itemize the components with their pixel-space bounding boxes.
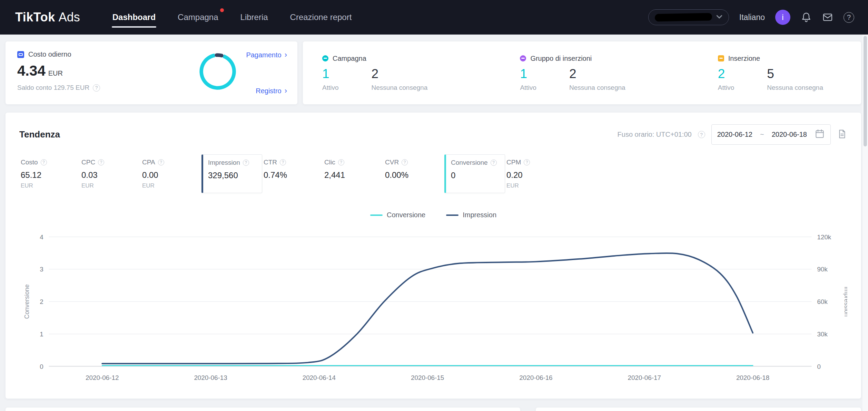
help-icon[interactable] xyxy=(41,159,47,165)
metric-tile-impression[interactable]: Impression 329,560 xyxy=(201,154,262,193)
help-icon[interactable] xyxy=(98,159,104,165)
active-count: 1 xyxy=(322,67,339,81)
metric-tiles-row: Costo 65.12 EUR CPC 0.03 EUR CPA 0.00 EU… xyxy=(19,154,847,193)
no-delivery-count-block[interactable]: 2 Nessuna consegna xyxy=(569,67,625,92)
metric-tile-conversione[interactable]: Conversione 0 xyxy=(444,154,505,193)
nav-item-libreria[interactable]: Libreria xyxy=(240,10,269,25)
metric-value: 2,441 xyxy=(324,170,380,180)
metric-tile-ctr[interactable]: CTR 0.74% xyxy=(262,154,323,193)
active-label: Attivo xyxy=(718,84,734,92)
help-icon[interactable] xyxy=(844,12,854,23)
help-icon[interactable] xyxy=(402,159,408,165)
trend-card: Tendenza Fuso orario: UTC+01:00 2020-06-… xyxy=(6,113,861,399)
delivery-group-inserzione: Inserzione 2 Attivo 5 Nessuna consegna xyxy=(718,55,823,92)
primary-nav: Dashboard Campagna Libreria Creazione re… xyxy=(112,10,353,25)
trend-line-chart: 00130k260k390k4120k2020-06-122020-06-132… xyxy=(19,229,847,390)
help-icon[interactable] xyxy=(280,159,286,165)
metric-tile-cvr[interactable]: CVR 0.00% xyxy=(384,154,444,193)
svg-text:2020-06-15: 2020-06-15 xyxy=(411,374,444,381)
group-header: Gruppo di inserzioni xyxy=(520,55,625,63)
metric-label: CTR xyxy=(264,159,277,166)
group-label: Inserzione xyxy=(728,55,760,63)
active-count-block[interactable]: 1 Attivo xyxy=(520,67,536,92)
metric-unit: EUR xyxy=(142,182,198,189)
trend-chart-area: 00130k260k390k4120k2020-06-122020-06-132… xyxy=(19,229,847,390)
metric-tile-cpm[interactable]: CPM 0.20 EUR xyxy=(505,154,566,193)
nav-item-campagna[interactable]: Campagna xyxy=(177,10,219,25)
metric-value: 65.12 xyxy=(21,170,77,180)
campaign-icon xyxy=(322,55,328,61)
help-icon[interactable] xyxy=(243,160,249,166)
help-icon[interactable] xyxy=(338,159,344,165)
help-icon[interactable] xyxy=(158,159,164,165)
no-delivery-count-block[interactable]: 2 Nessuna consegna xyxy=(372,67,428,92)
active-count-block[interactable]: 2 Attivo xyxy=(718,67,734,92)
logo-text-ads: Ads xyxy=(59,10,80,25)
metric-unit: EUR xyxy=(506,182,562,189)
avatar-letter: i xyxy=(782,12,783,22)
chevron-down-icon xyxy=(716,14,722,20)
svg-text:3: 3 xyxy=(40,266,43,273)
svg-text:2020-06-16: 2020-06-16 xyxy=(519,374,552,381)
no-delivery-count: 2 xyxy=(569,67,625,81)
dashboard-content: Costo odierno 4.34 EUR Saldo conto 129.7… xyxy=(0,41,868,411)
nav-item-dashboard[interactable]: Dashboard xyxy=(112,10,156,25)
balance-card-title: Costo odierno xyxy=(28,50,71,58)
legend-item-impression[interactable]: Impression xyxy=(446,211,496,219)
cost-icon xyxy=(17,51,24,58)
no-delivery-count-block[interactable]: 5 Nessuna consegna xyxy=(767,67,823,92)
svg-text:2020-06-17: 2020-06-17 xyxy=(628,374,661,381)
today-cost-value: 4.34 EUR xyxy=(17,63,286,79)
delivery-status-card: Campagna 1 Attivo 2 Nessuna consegna xyxy=(303,41,861,104)
group-counts: 1 Attivo 2 Nessuna consegna xyxy=(322,67,427,92)
svg-text:2: 2 xyxy=(40,298,43,305)
metric-value: 0.00 xyxy=(142,170,198,180)
group-header: Campagna xyxy=(322,55,427,63)
tiktok-ads-logo[interactable]: TikTok Ads xyxy=(15,10,80,25)
svg-text:Conversione: Conversione xyxy=(23,284,30,319)
registry-link[interactable]: Registro xyxy=(256,86,287,95)
metric-unit: EUR xyxy=(21,182,77,189)
metric-tile-costo[interactable]: Costo 65.12 EUR xyxy=(19,154,80,193)
help-icon[interactable] xyxy=(93,84,100,92)
cost-currency: EUR xyxy=(48,69,63,77)
nav-label-campagna: Campagna xyxy=(178,12,218,22)
legend-item-conversione[interactable]: Conversione xyxy=(370,211,425,219)
metric-value: 0 xyxy=(451,171,500,180)
date-range-picker[interactable]: 2020-06-12 ~ 2020-06-18 xyxy=(711,124,831,145)
group-header: Inserzione xyxy=(718,55,823,63)
trend-controls: Fuso orario: UTC+01:00 2020-06-12 ~ 2020… xyxy=(618,124,847,145)
ad-icon xyxy=(718,55,724,61)
messages-envelope-icon[interactable] xyxy=(822,12,833,23)
page-scrollbar[interactable] xyxy=(862,35,868,411)
gender-card: Genere Costo xyxy=(536,408,861,411)
active-count: 1 xyxy=(520,67,536,81)
top-navbar: TikTok Ads Dashboard Campagna Libreria C… xyxy=(0,0,868,35)
account-selector[interactable] xyxy=(648,9,729,25)
metric-tile-clic[interactable]: Clic 2,441 xyxy=(323,154,384,193)
help-icon[interactable] xyxy=(491,160,497,166)
export-report-icon[interactable] xyxy=(837,129,847,141)
metric-tile-cpc[interactable]: CPC 0.03 EUR xyxy=(80,154,141,193)
active-count-block[interactable]: 1 Attivo xyxy=(322,67,339,92)
active-label: Attivo xyxy=(520,84,536,92)
chart-legend: Conversione Impression xyxy=(19,211,847,219)
language-label[interactable]: Italiano xyxy=(739,13,765,22)
metric-value: 0.03 xyxy=(81,170,137,180)
cost-amount: 4.34 xyxy=(17,63,46,79)
help-icon[interactable] xyxy=(698,131,705,138)
logo-text-tiktok: TikTok xyxy=(15,10,55,25)
metric-value: 0.20 xyxy=(506,170,562,180)
help-icon[interactable] xyxy=(524,159,530,165)
scrollbar-thumb[interactable] xyxy=(864,36,867,146)
payment-link[interactable]: Pagamento xyxy=(246,50,287,59)
no-delivery-count: 2 xyxy=(372,67,428,81)
metric-tile-cpa[interactable]: CPA 0.00 EUR xyxy=(141,154,201,193)
svg-text:60k: 60k xyxy=(817,298,828,305)
metric-value: 329,560 xyxy=(208,171,257,180)
metric-label: Conversione xyxy=(451,159,488,166)
notifications-bell-icon[interactable] xyxy=(801,12,812,23)
nav-item-creazione-report[interactable]: Creazione report xyxy=(289,10,353,25)
avatar[interactable]: i xyxy=(775,10,790,25)
svg-text:90k: 90k xyxy=(817,266,828,273)
